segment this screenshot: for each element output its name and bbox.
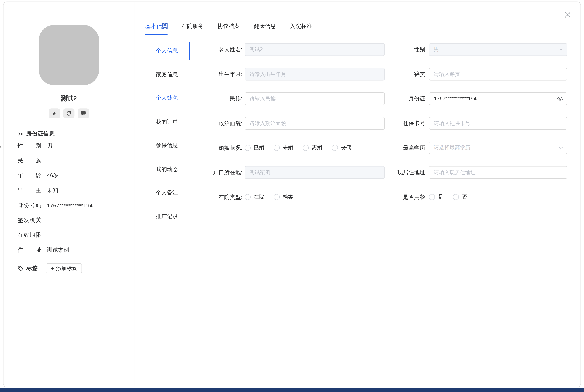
id-row-value: 男 bbox=[47, 142, 52, 149]
radio-widowed[interactable]: 丧偶 bbox=[332, 144, 351, 151]
id-row-label: 签发机关 bbox=[18, 216, 41, 224]
id-row-value: 46岁 bbox=[47, 172, 59, 179]
sub-navigation: 个人信息 家庭信息 个人钱包 我的订单 参保信息 我的动态 个人备注 推广记录 bbox=[139, 36, 190, 387]
form-row: 出生年月: 籍贯: bbox=[198, 68, 580, 80]
id-row-birth: 出生 未知 bbox=[18, 183, 130, 198]
marital-status-label: 婚姻状况: bbox=[198, 144, 244, 151]
radio-circle bbox=[429, 194, 435, 200]
subnav-personal-wallet[interactable]: 个人钱包 bbox=[139, 86, 190, 110]
radio-label: 丧偶 bbox=[341, 144, 351, 151]
message-icon bbox=[80, 110, 86, 116]
panel-gutter bbox=[134, 2, 139, 387]
form-row: 老人姓名: 性别: 男 bbox=[198, 43, 580, 56]
personal-info-form: 老人姓名: 性别: 男 出生年月: bbox=[190, 36, 580, 387]
form-row: 婚姻状况: 已婚 未婚 离婚 丧偶 最高学历: 请选择最高学历 bbox=[198, 142, 580, 154]
radio-circle bbox=[245, 145, 251, 151]
subnav-my-activity[interactable]: 我的动态 bbox=[139, 157, 190, 181]
radio-married[interactable]: 已婚 bbox=[245, 144, 264, 151]
subnav-family-info[interactable]: 家庭信息 bbox=[139, 63, 190, 86]
gender-select[interactable]: 男 bbox=[429, 43, 567, 56]
radio-unmarried[interactable]: 未婚 bbox=[274, 144, 293, 151]
radio-circle bbox=[245, 194, 251, 200]
tags-title: 标签 bbox=[26, 265, 38, 272]
social-security-label: 社保卡号: bbox=[385, 120, 429, 127]
radio-label: 档案 bbox=[282, 194, 293, 200]
radio-archive[interactable]: 档案 bbox=[274, 194, 293, 200]
birth-date-label: 出生年月: bbox=[198, 70, 244, 78]
residency-type-radio-group: 在院 档案 bbox=[245, 194, 385, 200]
id-row-gender: 性别 男 bbox=[18, 138, 130, 153]
sync-button[interactable] bbox=[63, 108, 74, 118]
ethnicity-input[interactable] bbox=[245, 92, 385, 105]
tab-basic-info[interactable]: 基本信息 bbox=[145, 2, 168, 35]
radio-meal-yes[interactable]: 是 bbox=[429, 194, 443, 200]
household-location-input[interactable] bbox=[245, 166, 385, 179]
elder-name-input[interactable] bbox=[245, 43, 385, 56]
radio-meal-no[interactable]: 否 bbox=[453, 194, 467, 200]
tab-admission-criteria[interactable]: 入院标准 bbox=[290, 2, 312, 35]
radio-divorced[interactable]: 离婚 bbox=[303, 144, 322, 151]
eye-icon[interactable] bbox=[557, 96, 564, 102]
form-row: 在院类型: 在院 档案 是否用餐: 是 否 bbox=[198, 191, 580, 203]
close-icon[interactable] bbox=[564, 11, 572, 19]
subnav-insurance-info[interactable]: 参保信息 bbox=[139, 134, 190, 157]
active-indicator bbox=[189, 42, 190, 60]
native-place-input[interactable] bbox=[429, 68, 567, 80]
radio-circle bbox=[332, 145, 338, 151]
id-row-address: 住址 测试案例 bbox=[18, 242, 130, 258]
tag-icon bbox=[18, 265, 24, 271]
radio-in-facility[interactable]: 在院 bbox=[245, 194, 264, 200]
id-row-value: 1767***********194 bbox=[47, 202, 92, 208]
radio-label: 在院 bbox=[254, 194, 264, 200]
background-app-bar bbox=[0, 388, 584, 392]
current-address-input[interactable] bbox=[429, 166, 567, 179]
form-row: 政治面貌: 社保卡号: bbox=[198, 117, 580, 130]
tab-health-info[interactable]: 健康信息 bbox=[254, 2, 276, 35]
political-status-input[interactable] bbox=[245, 117, 385, 130]
id-row-id-number: 身份号码 1767***********194 bbox=[18, 198, 130, 212]
radio-label: 离婚 bbox=[312, 144, 322, 151]
household-location-label: 户口所在地: bbox=[198, 169, 244, 176]
radio-circle bbox=[274, 194, 280, 200]
resident-name: 测试2 bbox=[3, 94, 134, 103]
id-number-label: 身份证: bbox=[385, 95, 429, 102]
resident-profile-modal: 测试2 ★ bbox=[3, 2, 581, 388]
sync-icon bbox=[66, 110, 72, 116]
id-row-label: 有效期限 bbox=[18, 231, 41, 238]
id-number-input[interactable] bbox=[429, 92, 567, 105]
id-row-value: 测试案例 bbox=[47, 246, 69, 254]
tab-in-facility-services[interactable]: 在院服务 bbox=[182, 2, 204, 35]
star-icon: ★ bbox=[52, 110, 57, 117]
gender-label: 性别: bbox=[385, 46, 429, 53]
id-row-label: 民族 bbox=[18, 157, 41, 164]
subnav-personal-notes[interactable]: 个人备注 bbox=[139, 181, 190, 205]
plus-icon: + bbox=[50, 266, 54, 271]
radio-label: 否 bbox=[462, 194, 467, 200]
subnav-my-orders[interactable]: 我的订单 bbox=[139, 110, 190, 134]
favorite-button[interactable]: ★ bbox=[48, 108, 60, 118]
chevron-down-icon bbox=[558, 146, 563, 150]
message-button[interactable] bbox=[78, 108, 89, 118]
tab-agreement-archive[interactable]: 协议档案 bbox=[218, 2, 240, 35]
tab-label: 协议档案 bbox=[218, 23, 240, 30]
profile-action-bar: ★ bbox=[3, 108, 134, 118]
chevron-down-icon bbox=[558, 47, 563, 52]
radio-circle bbox=[274, 145, 280, 151]
avatar bbox=[38, 25, 99, 85]
ethnicity-label: 民族: bbox=[198, 95, 244, 102]
id-row-label: 身份号码 bbox=[18, 202, 41, 208]
radio-circle bbox=[303, 145, 309, 151]
id-card-title-text: 身份证信息 bbox=[26, 130, 54, 138]
meal-label: 是否用餐: bbox=[385, 194, 429, 200]
id-row-issuer: 签发机关 bbox=[18, 213, 130, 228]
id-row-label: 性别 bbox=[18, 142, 41, 149]
radio-label: 未婚 bbox=[282, 144, 293, 151]
subnav-promotion-records[interactable]: 推广记录 bbox=[139, 205, 190, 228]
add-tag-button[interactable]: + 添加标签 bbox=[46, 263, 82, 273]
education-select[interactable]: 请选择最高学历 bbox=[429, 142, 567, 154]
tab-bar: 基本信息 在院服务 协议档案 健康信息 入院标准 bbox=[139, 2, 581, 36]
social-security-input[interactable] bbox=[429, 117, 567, 130]
tab-label-selected: 息 bbox=[162, 23, 168, 29]
subnav-personal-info[interactable]: 个人信息 bbox=[139, 39, 190, 63]
birth-date-input[interactable] bbox=[245, 68, 385, 80]
